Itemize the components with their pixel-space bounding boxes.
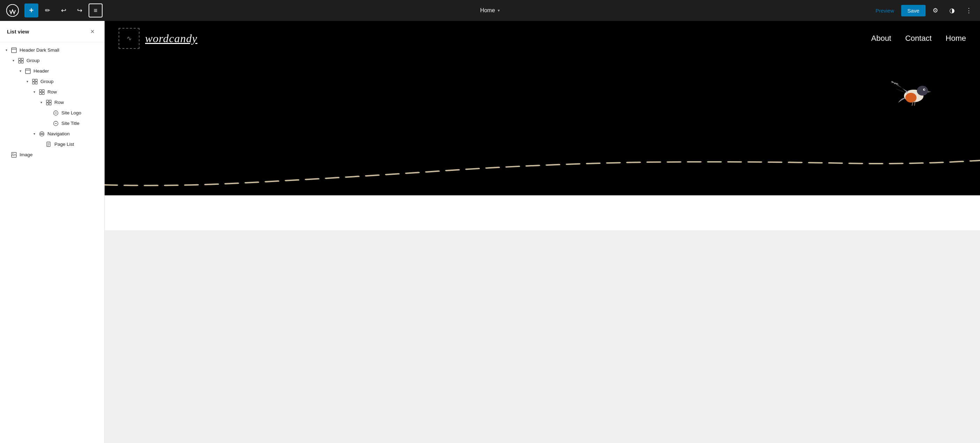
more-icon: ⋮ (966, 6, 972, 14)
page-title-area: Home ▾ (480, 7, 500, 14)
label-site-logo: Site Logo (61, 110, 102, 116)
contrast-icon: ◑ (949, 6, 955, 14)
svg-rect-15 (40, 92, 41, 94)
site-logo (119, 28, 140, 49)
bird-svg (889, 75, 938, 110)
page-list-icon (45, 141, 52, 148)
svg-point-35 (905, 93, 916, 102)
tree-item-site-title[interactable]: Site Title (0, 118, 104, 129)
nav-contact[interactable]: Contact (905, 34, 932, 43)
site-logo-icon (52, 110, 59, 116)
label-navigation: Navigation (48, 131, 102, 137)
tree-item-header[interactable]: Header (0, 66, 104, 76)
site-title-icon (52, 120, 59, 127)
site-nav: About Contact Home (871, 34, 966, 43)
svg-rect-6 (21, 61, 23, 63)
redo-icon: ↪ (77, 6, 82, 14)
svg-point-36 (917, 86, 928, 96)
site-title-canvas: wordcandy (145, 32, 197, 45)
template-icon-2 (24, 68, 32, 75)
sidebar-header: List view × (0, 21, 104, 42)
settings-button[interactable]: ⚙ (928, 3, 942, 18)
label-header: Header (33, 68, 102, 75)
label-header-dark-small: Header Dark Small (19, 47, 102, 54)
close-sidebar-button[interactable]: × (88, 27, 97, 36)
svg-rect-17 (46, 100, 48, 102)
label-row-2: Row (54, 99, 102, 106)
svg-rect-10 (35, 79, 37, 81)
row-icon-2 (45, 99, 52, 106)
add-block-button[interactable]: + (24, 3, 38, 18)
svg-rect-3 (19, 58, 21, 61)
save-button[interactable]: Save (901, 5, 926, 16)
tree-item-row-1[interactable]: Row (0, 87, 104, 97)
svg-rect-5 (19, 61, 21, 63)
svg-rect-12 (35, 82, 37, 84)
label-group-2: Group (40, 78, 102, 85)
page-title-chevron-icon: ▾ (498, 8, 500, 13)
site-header: wordcandy About Contact Home (105, 21, 980, 56)
tree: Header Dark Small Group Header (0, 42, 104, 163)
tree-item-site-logo[interactable]: Site Logo (0, 108, 104, 118)
page-title: Home (480, 7, 495, 14)
preview-button[interactable]: Preview (871, 6, 898, 16)
row-icon-1 (38, 89, 45, 96)
label-site-title: Site Title (61, 120, 102, 127)
canvas-hero (105, 56, 980, 195)
chevron-row-1-icon[interactable] (31, 89, 38, 96)
svg-rect-9 (32, 79, 35, 81)
tree-item-group-2[interactable]: Group (0, 76, 104, 87)
contrast-button[interactable]: ◑ (945, 3, 959, 18)
tree-item-page-list[interactable]: Page List (0, 139, 104, 150)
label-image: Image (19, 152, 102, 158)
nav-about[interactable]: About (871, 34, 891, 43)
group-icon-2 (32, 78, 38, 85)
svg-rect-16 (42, 92, 44, 94)
svg-rect-19 (46, 103, 48, 105)
svg-rect-20 (49, 103, 51, 105)
undo-button[interactable]: ↩ (57, 3, 70, 18)
list-view-button[interactable]: ≡ (89, 3, 103, 18)
toolbar-right: Preview Save ⚙ ◑ ⋮ (871, 3, 976, 18)
sidebar: List view × Header Dark Small Group (0, 21, 105, 443)
canvas-below (105, 195, 980, 230)
label-row-1: Row (48, 89, 102, 96)
wp-logo[interactable] (4, 0, 21, 21)
toolbar: + ✏ ↩ ↪ ≡ Home ▾ Preview Save ⚙ ◑ ⋮ (0, 0, 980, 21)
svg-rect-1 (11, 48, 16, 53)
tree-item-row-2[interactable]: Row (0, 97, 104, 108)
dashed-path-svg (105, 147, 980, 188)
tree-item-image[interactable]: Image (0, 150, 104, 160)
tree-item-navigation[interactable]: Navigation (0, 129, 104, 139)
chevron-group-1-icon[interactable] (10, 57, 17, 64)
chevron-header-dark-small-icon[interactable] (3, 47, 10, 54)
chevron-navigation-icon[interactable] (31, 131, 38, 137)
template-icon (11, 47, 18, 54)
nav-home[interactable]: Home (945, 34, 966, 43)
label-group-1: Group (27, 57, 102, 64)
svg-rect-7 (25, 69, 30, 73)
svg-rect-13 (40, 90, 41, 92)
canvas-page: wordcandy About Contact Home (105, 21, 980, 195)
image-icon (11, 151, 18, 158)
label-page-list: Page List (54, 141, 102, 148)
navigation-icon (38, 131, 45, 137)
tools-button[interactable]: ✏ (40, 3, 54, 18)
more-options-button[interactable]: ⋮ (962, 3, 976, 18)
svg-point-33 (13, 153, 13, 154)
canvas: wordcandy About Contact Home (105, 21, 980, 443)
pencil-icon: ✏ (45, 6, 50, 14)
svg-point-21 (54, 111, 58, 115)
chevron-group-2-icon[interactable] (24, 78, 31, 85)
svg-rect-4 (21, 58, 23, 61)
list-view-icon: ≡ (94, 7, 98, 14)
tree-item-header-dark-small[interactable]: Header Dark Small (0, 45, 104, 56)
gear-icon: ⚙ (932, 6, 938, 14)
svg-rect-14 (42, 90, 44, 92)
main-area: List view × Header Dark Small Group (0, 21, 980, 443)
tree-item-group-1[interactable]: Group (0, 56, 104, 66)
svg-rect-11 (32, 82, 35, 84)
chevron-header-icon[interactable] (17, 68, 24, 75)
redo-button[interactable]: ↪ (73, 3, 86, 18)
chevron-row-2-icon[interactable] (38, 99, 45, 106)
